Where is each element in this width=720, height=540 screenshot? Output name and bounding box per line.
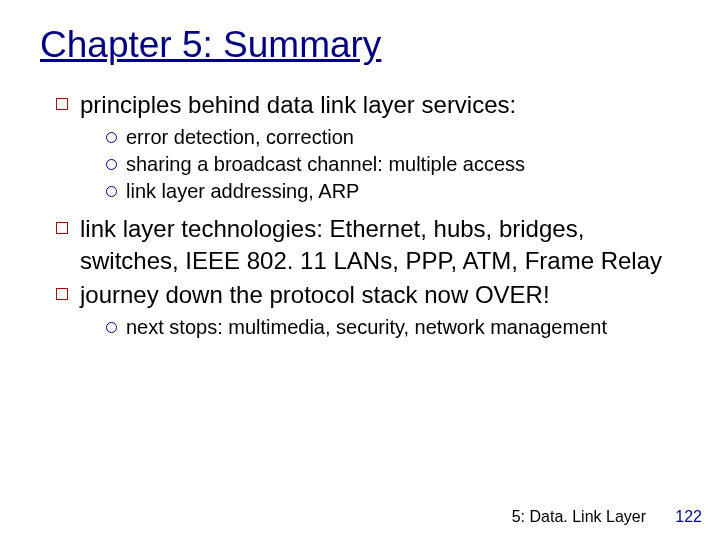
- bullet-text: link layer technologies: Ethernet, hubs,…: [80, 215, 662, 274]
- sub-bullet-text: sharing a broadcast channel: multiple ac…: [126, 153, 525, 175]
- sub-bullet-item: link layer addressing, ARP: [108, 178, 680, 205]
- sub-bullet-text: next stops: multimedia, security, networ…: [126, 316, 607, 338]
- bullet-list: principles behind data link layer servic…: [40, 89, 680, 342]
- footer-label: 5: Data. Link Layer: [512, 508, 646, 526]
- sub-bullet-list: next stops: multimedia, security, networ…: [80, 314, 680, 341]
- bullet-text: journey down the protocol stack now OVER…: [80, 281, 550, 308]
- slide-title: Chapter 5: Summary: [40, 24, 680, 67]
- bullet-text: principles behind data link layer servic…: [80, 91, 516, 118]
- page-number: 122: [675, 508, 702, 526]
- sub-bullet-item: sharing a broadcast channel: multiple ac…: [108, 151, 680, 178]
- sub-bullet-text: error detection, correction: [126, 126, 354, 148]
- sub-bullet-item: next stops: multimedia, security, networ…: [108, 314, 680, 341]
- bullet-item: principles behind data link layer servic…: [60, 89, 680, 206]
- sub-bullet-list: error detection, correction sharing a br…: [80, 124, 680, 205]
- bullet-item: link layer technologies: Ethernet, hubs,…: [60, 213, 680, 276]
- sub-bullet-item: error detection, correction: [108, 124, 680, 151]
- sub-bullet-text: link layer addressing, ARP: [126, 180, 359, 202]
- slide: Chapter 5: Summary principles behind dat…: [0, 0, 720, 540]
- bullet-item: journey down the protocol stack now OVER…: [60, 279, 680, 342]
